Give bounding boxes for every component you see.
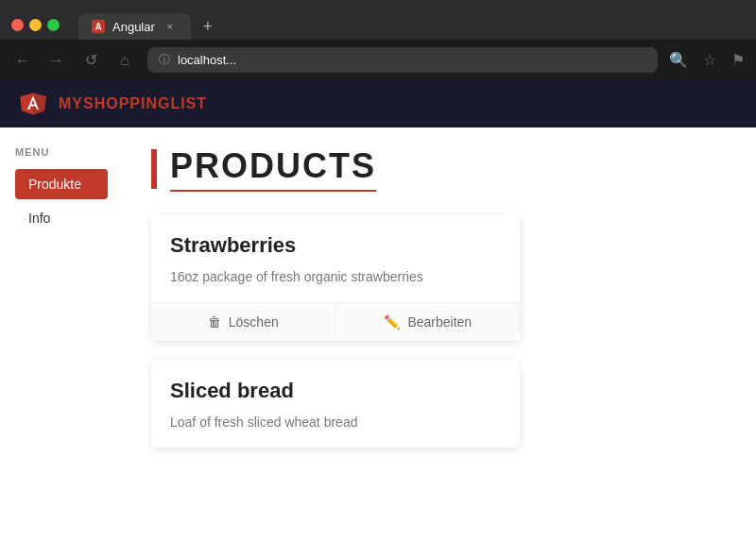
app-body: MENU Produkte Info PRODUCTS Strawberries…: [0, 127, 756, 505]
traffic-lights: [11, 19, 60, 31]
product-info: Strawberries 16oz package of fresh organ…: [151, 214, 520, 302]
title-bar: A Angular × +: [0, 0, 756, 40]
delete-label: Löschen: [229, 314, 279, 330]
angular-logo: [19, 90, 47, 118]
app-title-list: LIST: [170, 95, 207, 111]
product-card: Sliced bread Loaf of fresh sliced wheat …: [151, 360, 520, 448]
product-description: 16oz package of fresh organic strawberri…: [170, 267, 501, 287]
app: MYSHOPPINGLIST MENU Produkte Info PRODUC…: [0, 80, 756, 505]
bookmark-icon[interactable]: ☆: [703, 51, 716, 69]
trash-icon: 🗑: [208, 314, 221, 330]
product-name: Strawberries: [170, 233, 501, 258]
sidebar: MENU Produkte Info: [0, 127, 123, 505]
sidebar-item-produkte[interactable]: Produkte: [15, 169, 108, 199]
tab-title: Angular: [112, 20, 155, 34]
new-tab-button[interactable]: +: [195, 13, 221, 40]
tab-bar: A Angular × +: [78, 13, 221, 40]
close-window-button[interactable]: [11, 19, 24, 31]
tab-close-button[interactable]: ×: [163, 19, 178, 34]
search-icon[interactable]: 🔍: [669, 51, 688, 69]
sidebar-item-info[interactable]: Info: [15, 203, 108, 233]
address-actions: 🔍 ☆ ⚑: [669, 51, 745, 69]
page-header: PRODUCTS: [151, 146, 728, 192]
reload-button[interactable]: ↺: [79, 51, 102, 69]
edit-icon: ✏️: [384, 314, 400, 330]
forward-button[interactable]: →: [45, 52, 68, 69]
menu-label: MENU: [15, 146, 108, 158]
edit-label: Bearbeiten: [407, 314, 472, 330]
product-actions: 🗑 Löschen ✏️ Bearbeiten: [151, 302, 520, 341]
browser-tab[interactable]: A Angular ×: [78, 13, 191, 40]
app-title-shopping: SHOPPING: [83, 95, 170, 111]
product-name: Sliced bread: [170, 379, 501, 403]
app-title-my: MY: [59, 95, 83, 111]
angular-favicon: A: [92, 20, 105, 33]
minimize-window-button[interactable]: [29, 19, 42, 31]
page-title: PRODUCTS: [170, 146, 376, 192]
back-button[interactable]: ←: [11, 52, 34, 69]
edit-button[interactable]: ✏️ Bearbeiten: [336, 303, 521, 341]
product-card: Strawberries 16oz package of fresh organ…: [151, 214, 520, 341]
product-info: Sliced bread Loaf of fresh sliced wheat …: [151, 360, 520, 448]
url-text: localhost...: [178, 53, 236, 67]
browser-window: A Angular × + ← → ↺ ⌂ ⓘ localhost... 🔍 ☆…: [0, 0, 756, 80]
maximize-window-button[interactable]: [47, 19, 60, 31]
delete-button[interactable]: 🗑 Löschen: [151, 303, 336, 341]
main-content: PRODUCTS Strawberries 16oz package of fr…: [123, 127, 756, 505]
page-header-accent-bar: [151, 149, 157, 189]
product-description: Loaf of fresh sliced wheat bread: [170, 413, 501, 432]
home-button[interactable]: ⌂: [113, 52, 136, 69]
security-icon: ⓘ: [159, 52, 170, 68]
app-header: MYSHOPPINGLIST: [0, 80, 756, 127]
reading-list-icon[interactable]: ⚑: [731, 51, 745, 69]
url-bar[interactable]: ⓘ localhost...: [147, 47, 658, 73]
app-title: MYSHOPPINGLIST: [59, 95, 207, 112]
address-bar: ← → ↺ ⌂ ⓘ localhost... 🔍 ☆ ⚑: [0, 40, 756, 80]
